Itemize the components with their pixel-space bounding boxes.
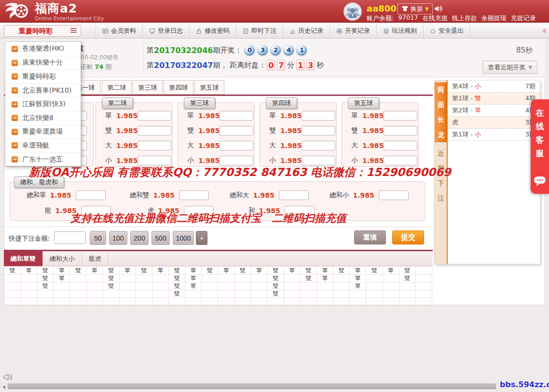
bet-amount-input[interactable] bbox=[302, 111, 335, 121]
divider bbox=[143, 44, 144, 71]
tab-ball-2[interactable]: 第二球 bbox=[102, 80, 132, 95]
roadmap-tab[interactable]: 龍虎 bbox=[82, 251, 109, 266]
avatar[interactable] bbox=[343, 2, 362, 21]
reset-button[interactable]: 重填 bbox=[354, 230, 386, 244]
bet-option-row: 單 1.985 bbox=[105, 110, 166, 121]
lottery-menu-item[interactable]: → 香港樂透(HK) bbox=[5, 42, 81, 56]
lottery-menu-item[interactable]: → 廣東快樂十分 bbox=[5, 56, 81, 70]
lottery-menu-item[interactable]: → 北京賽車(PK10) bbox=[5, 83, 81, 97]
skin-change-button[interactable]: 换肤 ▼ bbox=[398, 3, 433, 14]
roadmap-cell bbox=[235, 290, 251, 298]
refresh-timer: 85秒 bbox=[516, 46, 533, 55]
lottery-menu-item[interactable]: → 重慶幸運農場 bbox=[5, 125, 81, 139]
bet-amount-input[interactable] bbox=[302, 126, 335, 135]
bet-panel-legend: 第四球 bbox=[266, 97, 297, 109]
bet-amount-input[interactable] bbox=[220, 141, 253, 150]
roadmap-cell bbox=[235, 283, 251, 290]
tab-ball-4[interactable]: 第四球 bbox=[164, 80, 193, 95]
nav-item[interactable]: 开奖记录 bbox=[329, 23, 376, 39]
horizontal-scrollbar-thumb[interactable] bbox=[8, 384, 496, 389]
header-sound-icon[interactable] bbox=[434, 5, 443, 14]
nav-item[interactable]: 安全退出 bbox=[423, 23, 470, 39]
nav-item[interactable]: 即时下注 bbox=[236, 23, 283, 39]
online-service-tab[interactable]: 在线客服 bbox=[531, 99, 549, 194]
lottery-menu-item[interactable]: → 江蘇骰寶(快3) bbox=[5, 97, 81, 111]
long-dragon-row: 虎 3期 bbox=[448, 117, 540, 129]
quick-bet-input[interactable] bbox=[54, 231, 86, 244]
quick-amount-500[interactable]: 500 bbox=[151, 231, 170, 245]
nav-item[interactable]: 玩法规则 bbox=[376, 23, 423, 39]
recent-draws-button[interactable]: 查看近期开奖 ▼ bbox=[482, 61, 537, 74]
roadmap-cell bbox=[251, 275, 268, 283]
roadmap-cell bbox=[87, 283, 103, 290]
roadmap-cell bbox=[54, 290, 70, 298]
sum-amount-input[interactable] bbox=[379, 190, 409, 200]
tab-two-side-dragon[interactable]: 两面长龙 bbox=[435, 82, 447, 142]
bet-amount-input[interactable] bbox=[384, 141, 417, 150]
bet-amount-input[interactable] bbox=[220, 111, 253, 121]
nav-item[interactable]: 会员资料 bbox=[96, 23, 142, 39]
quick-amount-100[interactable]: 100 bbox=[109, 231, 127, 245]
lottery-menu-item[interactable]: → 北京快樂8 bbox=[5, 111, 81, 125]
lottery-menu-label: 北京賽車(PK10) bbox=[22, 86, 71, 95]
bet-amount-input[interactable] bbox=[137, 141, 171, 150]
roadmap-cell bbox=[301, 290, 317, 298]
bet-amount-input[interactable] bbox=[137, 126, 171, 135]
roadmap-tab[interactable]: 總和單雙 bbox=[4, 251, 43, 266]
header-link[interactable]: 线上存款 bbox=[452, 14, 477, 23]
lottery-menu-label: 江蘇骰寶(快3) bbox=[22, 100, 66, 108]
header-link[interactable]: 充提记录 bbox=[511, 14, 536, 23]
header-link[interactable]: 余额提现 bbox=[481, 14, 507, 23]
footer-sound-icon[interactable] bbox=[3, 373, 14, 383]
nav-item-label: 会员资料 bbox=[111, 27, 136, 35]
nav-item[interactable]: 修改密码 bbox=[189, 23, 236, 39]
bet-amount-input[interactable] bbox=[302, 156, 335, 165]
bet-amount-input[interactable] bbox=[220, 126, 253, 135]
submit-button[interactable]: 提交 bbox=[392, 230, 424, 244]
scrollbar-left-arrow[interactable] bbox=[2, 385, 5, 389]
sum-option-label: 總和小 bbox=[329, 191, 349, 200]
tab-ball-5[interactable]: 第五球 bbox=[194, 80, 224, 95]
bet-amount-input[interactable] bbox=[220, 156, 253, 165]
bet-amount-input[interactable] bbox=[384, 156, 417, 165]
quick-amount-200[interactable]: 200 bbox=[130, 231, 149, 245]
lottery-menu-item[interactable]: → 幸運飛艇 bbox=[5, 138, 81, 152]
lottery-menu-label: 廣東快樂十分 bbox=[22, 58, 63, 67]
roadmap-cell: 單 bbox=[185, 283, 202, 290]
bet-amount-input[interactable] bbox=[384, 126, 417, 135]
lottery-select[interactable]: 重慶時時彩 bbox=[4, 25, 81, 37]
roadmap-cell bbox=[218, 283, 234, 290]
nav-scroll-arrow-icon[interactable] bbox=[542, 28, 546, 34]
sum-amount-input[interactable] bbox=[76, 190, 106, 200]
bet-odds: 1.985 bbox=[116, 142, 137, 149]
quick-amount-1000[interactable]: 1000 bbox=[173, 231, 194, 245]
more-amounts-button[interactable]: + bbox=[196, 231, 207, 245]
bet-amount-input[interactable] bbox=[302, 141, 335, 150]
roadmap-cell bbox=[333, 275, 350, 283]
tab-ball-3[interactable]: 第三球 bbox=[133, 80, 163, 95]
site-name: 福商a2 bbox=[35, 2, 104, 15]
remaining-value: 74 bbox=[95, 63, 103, 70]
roadmap-cell bbox=[54, 298, 70, 306]
arrow-right-icon: → bbox=[12, 60, 18, 66]
bet-amount-input[interactable] bbox=[384, 111, 417, 121]
bet-amount-input[interactable] bbox=[137, 111, 171, 121]
countdown-digit: 7 bbox=[277, 60, 285, 70]
sum-amount-input[interactable] bbox=[279, 190, 309, 200]
sum-amount-input[interactable] bbox=[179, 190, 209, 200]
bet-option-row: 大 1.985 bbox=[351, 140, 412, 151]
roadmap-cell bbox=[317, 290, 333, 298]
quick-amount-50[interactable]: 50 bbox=[90, 231, 106, 245]
roadmap-cell bbox=[21, 290, 37, 298]
roadmap-tab[interactable]: 總和大小 bbox=[43, 251, 82, 266]
header-link[interactable]: 在线充值 bbox=[423, 14, 448, 23]
roadmap-cell: 雙 bbox=[268, 283, 284, 290]
lottery-menu-item[interactable]: → 重慶時時彩 bbox=[5, 69, 81, 83]
nav-item[interactable]: 历史记录 bbox=[283, 23, 329, 39]
roadmap-cell bbox=[4, 283, 21, 290]
bet-amount-input[interactable] bbox=[137, 156, 171, 165]
roadmap-cell bbox=[37, 290, 54, 298]
lottery-menu-item[interactable]: → 广东十一选五 bbox=[5, 152, 81, 166]
second-unit: 秒 bbox=[316, 61, 324, 70]
nav-item[interactable]: 登录日志 bbox=[142, 23, 189, 39]
